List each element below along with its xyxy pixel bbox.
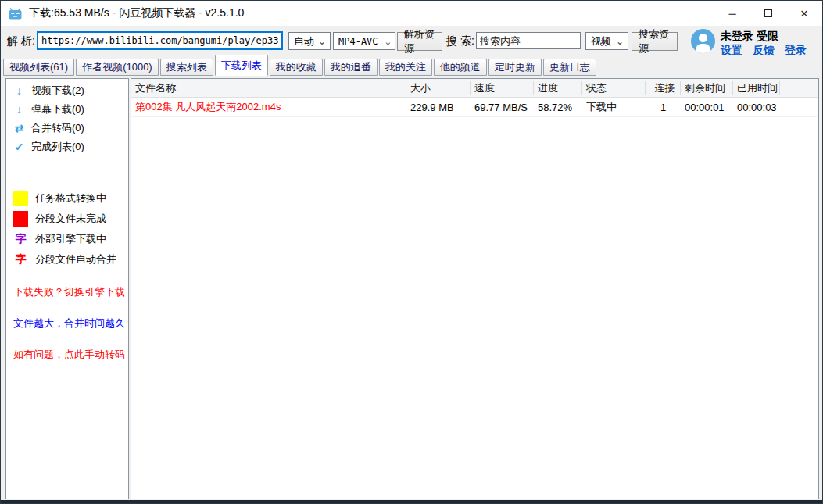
chevron-down-icon: ⌄ (385, 38, 391, 45)
parse-label: 解 析: (7, 34, 35, 48)
col-speed[interactable]: 速度 (471, 81, 534, 95)
sidebar-item-merge-transcode[interactable]: ⇄ 合并转码(0) (13, 121, 84, 135)
mode-select[interactable]: 自动 ⌄ (288, 32, 331, 50)
sidebar-item-video-download[interactable]: ↓ 视频下载(2) (13, 84, 84, 98)
note-merge-time: 文件越大，合并时间越久 (13, 316, 125, 331)
search-resource-button[interactable]: 搜索资源 (632, 32, 678, 51)
col-connections[interactable]: 连接 (646, 81, 681, 95)
search-label: 搜 索: (446, 34, 474, 48)
col-status[interactable]: 状态 (582, 81, 646, 95)
parse-resource-button[interactable]: 解析资源 (397, 32, 442, 51)
titlebar: 下载:65.53 MB/s - 闪豆视频下载器 - v2.5.1.0 ─ ✕ (1, 1, 822, 26)
login-status: 未登录 受限 (721, 30, 778, 44)
cell-size: 229.9 MB (406, 102, 471, 113)
minimize-icon: ─ (728, 8, 735, 20)
cell-remaining-time: 00:00:01 (681, 102, 733, 113)
tab-bar: 视频列表(61) 作者视频(1000) 搜索列表 下载列表 我的收藏 我的追番 … (3, 54, 598, 76)
col-filler (780, 81, 818, 95)
legend-auto-merge: 字 分段文件自动合并 (13, 252, 116, 266)
tab-my-follows[interactable]: 我的关注 (379, 59, 432, 76)
yellow-swatch (13, 191, 28, 206)
download-icon: ↓ (13, 103, 25, 116)
legend-label: 分段文件自动合并 (35, 252, 116, 266)
sidebar-item-label: 视频下载(2) (31, 84, 84, 98)
table-row[interactable]: 第002集 凡人风起天南2002.m4s 229.9 MB 69.77 MB/S… (131, 98, 818, 117)
maximize-icon (764, 9, 772, 17)
red-swatch (13, 211, 28, 227)
search-input[interactable] (476, 32, 581, 49)
cell-status: 下载中 (582, 100, 646, 114)
sidebar-item-completed-list[interactable]: ✓ 完成列表(0) (13, 140, 84, 154)
user-icon (699, 34, 707, 42)
legend-format-converting: 任务格式转换中 (13, 191, 106, 206)
legend-label: 外部引擎下载中 (35, 232, 106, 246)
tab-video-list[interactable]: 视频列表(61) (3, 59, 74, 76)
account-links: 设置 反馈 登录 (721, 44, 807, 58)
sidebar: ↓ 视频下载(2) ↓ 弹幕下载(0) ⇄ 合并转码(0) ✓ 完成列表(0) … (5, 78, 129, 499)
search-type-value: 视频 (591, 34, 611, 48)
login-link[interactable]: 登录 (785, 44, 807, 58)
col-elapsed-time[interactable]: 已用时间 (733, 81, 780, 95)
tab-scheduled-update[interactable]: 定时更新 (488, 59, 542, 76)
window-controls: ─ ✕ (714, 1, 822, 26)
tab-his-channel[interactable]: 他的频道 (434, 59, 487, 76)
table-header: 文件名称 大小 速度 进度 状态 连接 剩余时间 已用时间 (131, 79, 818, 98)
cell-connections: 1 (646, 102, 681, 113)
cell-elapsed-time: 00:00:03 (733, 102, 780, 113)
cell-progress: 58.72% (534, 102, 582, 113)
url-input[interactable] (37, 31, 283, 50)
settings-link[interactable]: 设置 (721, 44, 742, 58)
close-icon: ✕ (800, 8, 809, 20)
download-icon: ↓ (13, 84, 25, 97)
parse-resource-button-label: 解析资源 (404, 27, 435, 55)
chevron-down-icon: ⌄ (616, 38, 624, 45)
chevron-down-icon: ⌄ (318, 38, 326, 45)
format-select-value: MP4-AVC (338, 36, 378, 47)
legend-label: 分段文件未完成 (35, 212, 106, 226)
search-resource-button-label: 搜索资源 (639, 27, 671, 55)
legend-external-engine: 字 外部引擎下载中 (13, 232, 106, 246)
check-icon: ✓ (13, 141, 25, 153)
col-filename[interactable]: 文件名称 (131, 81, 406, 95)
transcode-icon: ⇄ (13, 122, 25, 134)
legend-label: 任务格式转换中 (35, 191, 106, 206)
col-progress[interactable]: 进度 (534, 81, 582, 95)
sidebar-item-danmaku-download[interactable]: ↓ 弹幕下载(0) (13, 102, 84, 116)
feedback-link[interactable]: 反馈 (753, 44, 775, 58)
tab-search-list[interactable]: 搜索列表 (160, 59, 213, 76)
window-title: 下载:65.53 MB/s - 闪豆视频下载器 - v2.5.1.0 (29, 6, 244, 20)
note-switch-engine: 下载失败？切换引擎下载 (13, 285, 125, 299)
tab-download-list[interactable]: 下载列表 (215, 55, 268, 76)
sidebar-item-label: 完成列表(0) (31, 140, 84, 154)
sidebar-item-label: 弹幕下载(0) (31, 102, 84, 116)
note-manual-transcode-link[interactable]: 如有问题，点此手动转码 (13, 348, 125, 362)
search-type-select[interactable]: 视频 ⌄ (585, 32, 628, 50)
app-icon (9, 8, 22, 20)
minimize-button[interactable]: ─ (714, 1, 750, 26)
maximize-button[interactable] (750, 1, 786, 26)
mode-select-value: 自动 (294, 34, 314, 48)
col-size[interactable]: 大小 (406, 81, 471, 95)
app-window: 下载:65.53 MB/s - 闪豆视频下载器 - v2.5.1.0 ─ ✕ 解… (0, 0, 823, 504)
legend-segment-incomplete: 分段文件未完成 (13, 211, 106, 227)
download-table: 文件名称 大小 速度 进度 状态 连接 剩余时间 已用时间 第002集 凡人风起… (131, 78, 819, 499)
char-icon: 字 (13, 252, 28, 266)
avatar[interactable] (691, 29, 715, 53)
format-select[interactable]: MP4-AVC ⌄ (333, 32, 395, 50)
tab-my-bangumi[interactable]: 我的追番 (324, 59, 378, 76)
tab-author-videos[interactable]: 作者视频(1000) (76, 59, 159, 76)
tab-changelog[interactable]: 更新日志 (543, 59, 596, 76)
char-icon: 字 (13, 232, 28, 246)
sidebar-item-label: 合并转码(0) (31, 121, 84, 135)
cell-filename: 第002集 凡人风起天南2002.m4s (131, 100, 406, 114)
cell-speed: 69.77 MB/S (471, 102, 534, 113)
col-remaining-time[interactable]: 剩余时间 (681, 81, 733, 95)
close-button[interactable]: ✕ (786, 1, 822, 26)
tab-my-favorites[interactable]: 我的收藏 (270, 59, 323, 76)
